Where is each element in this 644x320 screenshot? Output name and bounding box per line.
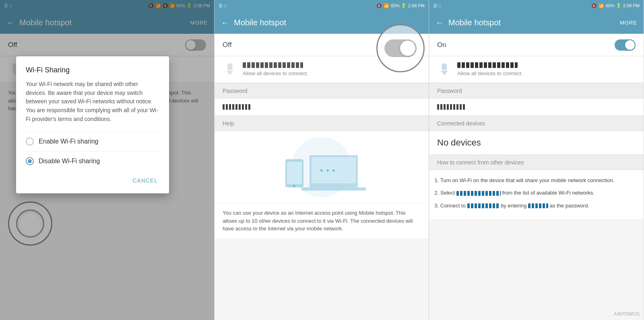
wifi-sharing-dialog: Wi-Fi Sharing Your Wi-Fi network may be … — [16, 56, 169, 193]
connected-devices-header: Connected devices — [429, 116, 644, 131]
panel-1: ☰ □ 🔇 📶 🔇 📶 60% 🔋 2:08 PM ← Mobile hotsp… — [0, 0, 215, 320]
instruction-2: Select from the list of available Wi-Fi … — [440, 188, 636, 197]
knob-zoom-2 — [400, 41, 415, 56]
app-bar-title-3: Mobile hotspot — [448, 18, 620, 27]
svg-rect-16 — [442, 64, 447, 70]
more-button-3[interactable]: MORE — [620, 20, 637, 26]
disable-radio — [26, 157, 34, 165]
enable-wifi-sharing-option[interactable]: Enable Wi-Fi sharing — [26, 131, 159, 151]
signal-icon-2: 📶 — [384, 3, 389, 8]
network-sub-2: Allow all devices to connect. — [243, 70, 308, 76]
panel-2: ☰ □ 🔇 📶 60% 🔋 2:08 PM ← Mobile hotspot O… — [215, 0, 429, 320]
password-blurred-2 — [223, 104, 251, 110]
instructions-list: Turn on Wi-Fi on the device that will sh… — [429, 170, 644, 219]
help-header-2: Help — [215, 116, 429, 131]
notification-icons-2: ☰ □ — [219, 3, 227, 8]
svg-rect-9 — [301, 187, 366, 191]
password-blur-i3 — [528, 203, 548, 208]
password-header-3: Password — [429, 83, 644, 98]
status-bar-right-3: 🔇 📶 60% 🔋 2:08 PM — [591, 3, 640, 8]
dialog-title: Wi-Fi Sharing — [26, 66, 159, 74]
help-text-2: You can use your device as an Internet a… — [215, 203, 429, 238]
svg-rect-5 — [228, 72, 231, 74]
status-bar-left-3: ☰ □ — [433, 3, 441, 8]
watermark: A⚙POWUS — [614, 311, 640, 317]
status-bar-left-2: ☰ □ — [219, 3, 227, 8]
panel-3: ☰ □ 🔇 📶 60% 🔋 2:08 PM ← Mobile hotspot M… — [429, 0, 644, 320]
enable-wifi-label: Enable Wi-Fi sharing — [39, 138, 99, 145]
dialog-body: Your Wi-Fi network may be shared with ot… — [26, 80, 159, 123]
password-header-2: Password — [215, 83, 429, 98]
svg-rect-18 — [443, 72, 446, 74]
svg-point-14 — [326, 169, 329, 172]
toggle-row-3: On — [429, 34, 644, 56]
toggle-switch-3[interactable] — [615, 39, 636, 51]
network-name-blur-i2 — [456, 191, 501, 196]
instruction-1: Turn on Wi-Fi on the device that will sh… — [440, 176, 636, 185]
back-button-2[interactable]: ← — [221, 18, 229, 27]
network-sub-3: Allow all devices to connect. — [457, 70, 523, 76]
back-button-3[interactable]: ← — [436, 18, 444, 27]
svg-point-15 — [332, 169, 335, 172]
status-bar-3: ☰ □ 🔇 📶 60% 🔋 2:08 PM — [429, 0, 644, 11]
battery-2: 60% 🔋 — [391, 3, 407, 8]
how-to-header: How to connect from other devices — [429, 155, 644, 170]
help-image-2 — [215, 131, 429, 203]
devices-illustration — [261, 135, 382, 199]
mute-icon-2: 🔇 — [376, 3, 382, 8]
disable-wifi-sharing-option[interactable]: Disable Wi-Fi sharing — [26, 151, 159, 171]
battery-3: 60% 🔋 — [606, 3, 621, 8]
toggle-label-2: Off — [223, 41, 231, 49]
password-row-3 — [429, 98, 644, 116]
status-bar-right-2: 🔇 📶 60% 🔋 2:08 PM — [376, 3, 425, 8]
network-row-3: Allow all devices to connect. — [429, 56, 644, 82]
instruction-3: Connect to by entering as the password. — [440, 201, 636, 210]
hotspot-icon-3 — [437, 62, 452, 76]
svg-rect-4 — [227, 71, 233, 72]
dialog-actions: CANCEL — [26, 171, 159, 190]
toggle-knob-3 — [625, 40, 635, 50]
status-bar-2: ☰ □ 🔇 📶 60% 🔋 2:08 PM — [215, 0, 429, 11]
enable-radio — [26, 137, 34, 146]
hotspot-icon-2 — [223, 62, 237, 76]
no-devices-text: No devices — [429, 131, 644, 155]
password-blurred-3 — [437, 104, 465, 110]
svg-rect-17 — [441, 71, 448, 72]
toggle-label-3: On — [437, 41, 446, 49]
network-name-blur-i3 — [467, 203, 500, 208]
time-3: 2:08 PM — [623, 3, 640, 8]
signal-icon-3: 📶 — [599, 3, 604, 8]
password-row-2 — [215, 98, 429, 116]
zoom-circle-2 — [376, 24, 425, 72]
dialog-overlay: Wi-Fi Sharing Your Wi-Fi network may be … — [0, 0, 214, 320]
watermark-text: A⚙POWUS — [614, 311, 640, 317]
notification-icons-3: ☰ □ — [433, 3, 441, 8]
zoom-circle-inner-2 — [384, 39, 417, 57]
app-bar-3: ← Mobile hotspot MORE — [429, 11, 644, 34]
svg-rect-11 — [287, 162, 302, 184]
mute-icon-3: 🔇 — [591, 3, 597, 8]
disable-wifi-label: Disable Wi-Fi sharing — [39, 158, 100, 165]
network-name-blurred-2 — [243, 62, 303, 68]
network-name-blurred-3 — [457, 62, 518, 68]
svg-rect-3 — [227, 64, 232, 70]
time-2: 2:08 PM — [408, 3, 425, 8]
cancel-button[interactable]: CANCEL — [131, 174, 159, 187]
svg-point-13 — [320, 169, 323, 172]
svg-point-12 — [293, 185, 295, 187]
